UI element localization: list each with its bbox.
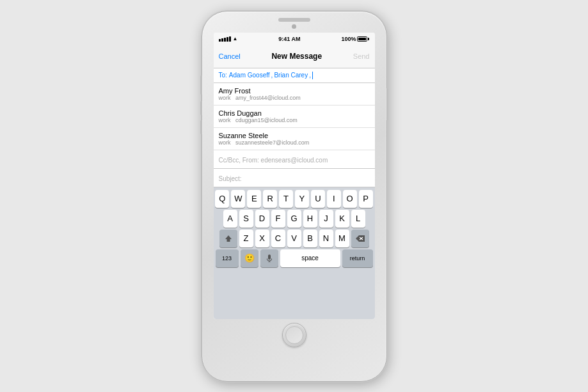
- svg-marker-0: [225, 235, 232, 242]
- shift-key[interactable]: [219, 230, 237, 247]
- key-u[interactable]: U: [311, 190, 325, 208]
- suggestion-name-3: Suzanne Steele: [219, 132, 370, 139]
- key-n[interactable]: N: [319, 230, 333, 247]
- suggestion-type-2: work: [219, 117, 231, 123]
- key-x[interactable]: X: [255, 230, 269, 247]
- home-button[interactable]: [282, 323, 306, 347]
- backspace-key[interactable]: [351, 230, 369, 247]
- keyboard-row-2: A S D F G H J K L: [216, 210, 373, 228]
- key-h[interactable]: H: [303, 210, 317, 228]
- suggestion-email-1: amy_frost44@icloud.com: [235, 95, 301, 101]
- suggestion-name-2: Chris Duggan: [219, 109, 370, 117]
- cc-field[interactable]: Cc/Bcc, From: edensears@icloud.com: [214, 150, 375, 169]
- battery-icon: [357, 36, 369, 42]
- comma-1: ,: [271, 72, 273, 79]
- space-key[interactable]: space: [280, 249, 340, 267]
- key-e[interactable]: E: [247, 190, 261, 208]
- cancel-button[interactable]: Cancel: [219, 52, 241, 60]
- keyboard: Q W E R T Y U I O P A S D F G H J K: [214, 187, 375, 319]
- key-w[interactable]: W: [231, 190, 245, 208]
- status-bar: ▲ 9:41 AM 100%: [214, 33, 375, 45]
- cc-placeholder: Cc/Bcc, From: edensears@icloud.com: [219, 157, 328, 164]
- svg-rect-3: [268, 255, 271, 260]
- key-t[interactable]: T: [279, 190, 293, 208]
- send-button[interactable]: Send: [353, 52, 370, 60]
- shift-icon: [225, 235, 232, 242]
- suggestion-item-3[interactable]: Suzanne Steele work suzannesteele7@iclou…: [214, 128, 375, 150]
- status-time: 9:41 AM: [278, 36, 300, 42]
- key-g[interactable]: G: [287, 210, 301, 228]
- status-right: 100%: [341, 36, 369, 42]
- suggestion-type-1: work: [219, 95, 231, 101]
- key-c[interactable]: C: [271, 230, 285, 247]
- volume-down-button[interactable]: [200, 120, 202, 134]
- key-a[interactable]: A: [223, 210, 237, 228]
- to-field[interactable]: To: Adam Gooseff , Brian Carey ,: [214, 68, 375, 83]
- microphone-icon: [267, 255, 272, 262]
- key-f[interactable]: F: [271, 210, 285, 228]
- suggestion-item-1[interactable]: Amy Frost work amy_frost44@icloud.com: [214, 83, 375, 106]
- speaker: [278, 18, 310, 22]
- backspace-icon: [356, 235, 365, 242]
- text-cursor: [312, 72, 313, 79]
- keyboard-row-1: Q W E R T Y U I O P: [216, 190, 373, 208]
- key-r[interactable]: R: [263, 190, 277, 208]
- key-m[interactable]: M: [335, 230, 349, 247]
- suggestion-item-2[interactable]: Chris Duggan work cduggan15@icloud.com: [214, 106, 375, 128]
- phone-top: [202, 18, 386, 29]
- recipients: Adam Gooseff , Brian Carey ,: [229, 72, 313, 79]
- emoji-icon: 🙂: [244, 253, 255, 263]
- subject-field[interactable]: Subject:: [214, 169, 375, 187]
- home-button-ring: [285, 326, 303, 344]
- emoji-key[interactable]: 🙂: [241, 249, 258, 267]
- suggestion-detail-1: work amy_frost44@icloud.com: [219, 95, 370, 101]
- suggestion-email-2: cduggan15@icloud.com: [235, 117, 298, 123]
- nav-bar: Cancel New Message Send: [214, 45, 375, 68]
- keyboard-row-3: Z X C V B N M: [216, 230, 373, 247]
- signal-icon: [219, 36, 231, 42]
- key-d[interactable]: D: [255, 210, 269, 228]
- status-left: ▲: [219, 36, 238, 42]
- key-s[interactable]: S: [239, 210, 253, 228]
- suggestion-type-3: work: [219, 139, 231, 146]
- key-y[interactable]: Y: [295, 190, 309, 208]
- key-j[interactable]: J: [319, 210, 333, 228]
- key-z[interactable]: Z: [239, 230, 253, 247]
- phone-frame: ▲ 9:41 AM 100% Cancel New Message Send T…: [202, 11, 387, 382]
- return-key[interactable]: return: [342, 249, 373, 267]
- to-label: To:: [219, 72, 227, 79]
- key-b[interactable]: B: [303, 230, 317, 247]
- suggestion-detail-3: work suzannesteele7@icloud.com: [219, 139, 370, 146]
- suggestion-detail-2: work cduggan15@icloud.com: [219, 117, 370, 123]
- recipient-chip-2[interactable]: Brian Carey: [274, 72, 308, 79]
- key-q[interactable]: Q: [215, 190, 229, 208]
- keyboard-bottom-row: 123 🙂 space return: [216, 249, 373, 267]
- key-v[interactable]: V: [287, 230, 301, 247]
- suggestion-email-3: suzannesteele7@icloud.com: [235, 139, 309, 146]
- recipient-chip-1[interactable]: Adam Gooseff: [229, 72, 270, 79]
- nav-title: New Message: [271, 52, 322, 61]
- key-i[interactable]: I: [327, 190, 341, 208]
- numbers-key[interactable]: 123: [216, 249, 239, 267]
- key-p[interactable]: P: [359, 190, 373, 208]
- microphone-key[interactable]: [260, 249, 278, 267]
- suggestion-name-1: Amy Frost: [219, 87, 370, 95]
- subject-placeholder: Subject:: [219, 175, 242, 182]
- battery-percent: 100%: [341, 36, 356, 42]
- key-o[interactable]: O: [343, 190, 357, 208]
- suggestion-list: Amy Frost work amy_frost44@icloud.com Ch…: [214, 83, 375, 150]
- key-l[interactable]: L: [351, 210, 365, 228]
- phone-screen: ▲ 9:41 AM 100% Cancel New Message Send T…: [214, 33, 375, 319]
- volume-up-button[interactable]: [200, 101, 202, 115]
- comma-2: ,: [309, 72, 311, 79]
- key-k[interactable]: K: [335, 210, 349, 228]
- wifi-icon: ▲: [233, 36, 238, 42]
- front-camera: [292, 24, 296, 29]
